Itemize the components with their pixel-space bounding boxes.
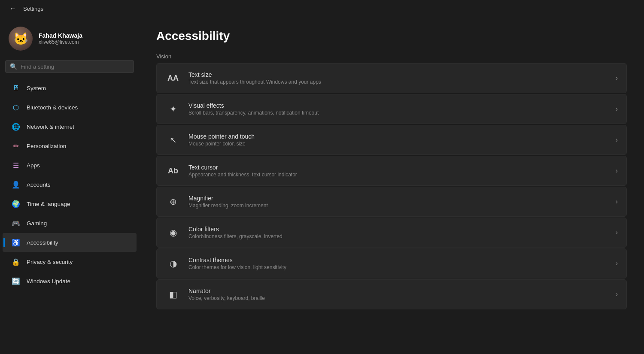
sidebar-item-gaming[interactable]: 🎮 Gaming xyxy=(3,214,137,233)
setting-name-mouse-pointer: Mouse pointer and touch xyxy=(188,133,608,140)
color-filters-icon: ◉ xyxy=(165,225,181,240)
sidebar-item-label-network: Network & internet xyxy=(27,124,74,130)
sidebar-item-privacy[interactable]: 🔒 Privacy & security xyxy=(3,252,137,271)
search-container: 🔍 xyxy=(0,58,139,78)
sidebar-item-label-personalization: Personalization xyxy=(27,143,66,149)
setting-name-magnifier: Magnifier xyxy=(188,195,608,202)
settings-list: AA Text size Text size that appears thro… xyxy=(156,63,627,309)
chevron-right-icon: › xyxy=(616,229,618,236)
sidebar-item-label-system: System xyxy=(27,85,46,91)
sidebar-item-system[interactable]: 🖥 System xyxy=(3,79,137,97)
sidebar-item-label-apps: Apps xyxy=(27,162,40,169)
sidebar-item-windows-update[interactable]: 🔄 Windows Update xyxy=(3,272,137,290)
setting-desc-mouse-pointer: Mouse pointer color, size xyxy=(188,141,608,147)
privacy-icon: 🔒 xyxy=(11,257,21,266)
setting-desc-contrast-themes: Color themes for low vision, light sensi… xyxy=(188,264,608,270)
chevron-right-icon: › xyxy=(616,260,618,267)
search-box[interactable]: 🔍 xyxy=(5,60,134,73)
accessibility-icon: ♿ xyxy=(11,238,21,247)
sidebar-item-accessibility[interactable]: ♿ Accessibility xyxy=(3,233,137,252)
setting-item-mouse-pointer[interactable]: ↖ Mouse pointer and touch Mouse pointer … xyxy=(156,125,627,155)
contrast-themes-icon: ◑ xyxy=(165,256,181,271)
gaming-icon: 🎮 xyxy=(11,218,21,228)
sidebar-item-label-gaming: Gaming xyxy=(27,220,47,227)
setting-desc-magnifier: Magnifier reading, zoom increment xyxy=(188,203,608,209)
setting-item-color-filters[interactable]: ◉ Color filters Colorblindness filters, … xyxy=(156,218,627,248)
sidebar-item-bluetooth[interactable]: ⬡ Bluetooth & devices xyxy=(3,98,137,117)
network-icon: 🌐 xyxy=(11,122,21,131)
avatar: 🐱 xyxy=(9,27,33,51)
chevron-right-icon: › xyxy=(616,105,618,113)
search-icon: 🔍 xyxy=(10,63,17,70)
sidebar-item-time[interactable]: 🌍 Time & language xyxy=(3,194,137,213)
sidebar-item-network[interactable]: 🌐 Network & internet xyxy=(3,117,137,136)
title-bar-text: Settings xyxy=(23,6,43,12)
user-name: Fahad Khawaja xyxy=(39,32,82,39)
user-info: Fahad Khawaja xlive65@live.com xyxy=(39,32,82,45)
time-icon: 🌍 xyxy=(11,199,21,209)
page-title: Accessibility xyxy=(156,29,627,43)
section-title: Vision xyxy=(156,53,627,60)
setting-item-narrator[interactable]: ◧ Narrator Voice, verbosity, keyboard, b… xyxy=(156,279,627,309)
setting-name-visual-effects: Visual effects xyxy=(188,102,608,109)
search-input[interactable] xyxy=(21,64,129,70)
setting-desc-text-size: Text size that appears throughout Window… xyxy=(188,79,608,85)
setting-item-text-size[interactable]: AA Text size Text size that appears thro… xyxy=(156,63,627,93)
chevron-right-icon: › xyxy=(616,198,618,206)
chevron-right-icon: › xyxy=(616,290,618,298)
chevron-right-icon: › xyxy=(616,74,618,82)
setting-name-text-cursor: Text cursor xyxy=(188,164,608,171)
chevron-right-icon: › xyxy=(616,167,618,175)
sidebar: 🐱 Fahad Khawaja xlive65@live.com 🔍 🖥 Sys… xyxy=(0,17,139,354)
sidebar-item-label-accounts: Accounts xyxy=(27,182,51,188)
mouse-pointer-icon: ↖ xyxy=(165,132,181,148)
setting-name-narrator: Narrator xyxy=(188,287,608,294)
sidebar-item-apps[interactable]: ☰ Apps xyxy=(3,156,137,175)
back-button[interactable]: ← xyxy=(7,3,19,15)
setting-name-color-filters: Color filters xyxy=(188,226,608,233)
setting-desc-narrator: Voice, verbosity, keyboard, braille xyxy=(188,295,608,301)
setting-item-magnifier[interactable]: ⊕ Magnifier Magnifier reading, zoom incr… xyxy=(156,187,627,217)
setting-desc-color-filters: Colorblindness filters, grayscale, inver… xyxy=(188,233,608,239)
bluetooth-icon: ⬡ xyxy=(11,103,21,112)
setting-name-text-size: Text size xyxy=(188,71,608,78)
text-size-icon: AA xyxy=(165,70,181,86)
sidebar-item-label-time: Time & language xyxy=(27,201,70,207)
visual-effects-icon: ✦ xyxy=(165,101,181,117)
text-cursor-icon: Ab xyxy=(165,163,181,179)
content-area: Accessibility Vision AA Text size Text s… xyxy=(139,17,644,354)
setting-item-contrast-themes[interactable]: ◑ Contrast themes Color themes for low v… xyxy=(156,248,627,278)
personalization-icon: ✏ xyxy=(11,141,21,151)
sidebar-item-accounts[interactable]: 👤 Accounts xyxy=(3,175,137,194)
avatar-image: 🐱 xyxy=(9,27,33,51)
sidebar-item-label-privacy: Privacy & security xyxy=(27,259,73,265)
setting-item-text-cursor[interactable]: Ab Text cursor Appearance and thickness,… xyxy=(156,156,627,186)
setting-desc-text-cursor: Appearance and thickness, text cursor in… xyxy=(188,172,608,178)
windows-update-icon: 🔄 xyxy=(11,276,21,286)
sidebar-item-label-windows-update: Windows Update xyxy=(27,278,70,284)
narrator-icon: ◧ xyxy=(165,287,181,302)
main-layout: 🐱 Fahad Khawaja xlive65@live.com 🔍 🖥 Sys… xyxy=(0,17,644,354)
sidebar-item-label-bluetooth: Bluetooth & devices xyxy=(27,104,78,111)
chevron-right-icon: › xyxy=(616,136,618,144)
setting-desc-visual-effects: Scroll bars, transparency, animations, n… xyxy=(188,110,608,116)
setting-item-visual-effects[interactable]: ✦ Visual effects Scroll bars, transparen… xyxy=(156,94,627,124)
nav-list: 🖥 System ⬡ Bluetooth & devices 🌐 Network… xyxy=(0,78,139,291)
magnifier-icon: ⊕ xyxy=(165,194,181,209)
title-bar: ← Settings xyxy=(0,0,644,17)
accounts-icon: 👤 xyxy=(11,180,21,189)
sidebar-item-personalization[interactable]: ✏ Personalization xyxy=(3,136,137,155)
user-profile[interactable]: 🐱 Fahad Khawaja xlive65@live.com xyxy=(0,22,139,58)
sidebar-item-label-accessibility: Accessibility xyxy=(27,239,58,246)
system-icon: 🖥 xyxy=(11,83,21,93)
user-email: xlive65@live.com xyxy=(39,39,82,45)
setting-name-contrast-themes: Contrast themes xyxy=(188,257,608,263)
apps-icon: ☰ xyxy=(11,160,21,170)
